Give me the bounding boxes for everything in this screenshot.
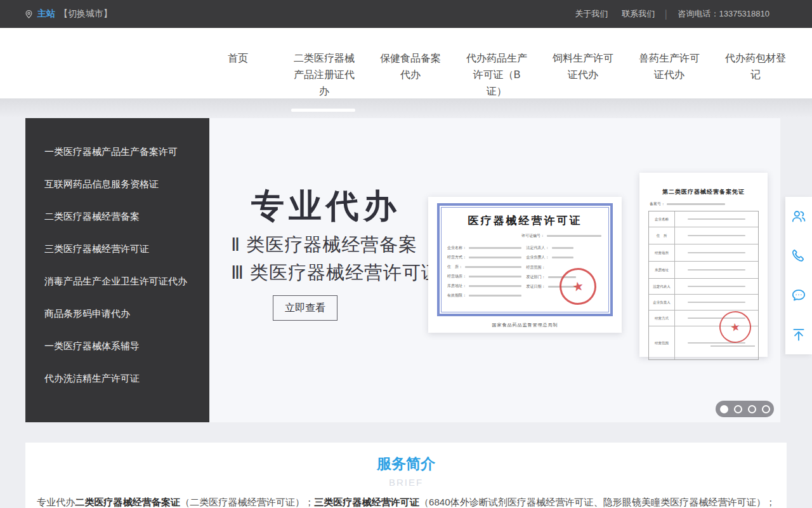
main-nav: 首页 二类医疗器械产品注册证代办 保健食品备案代办 代办药品生产许可证（B证） … bbox=[195, 50, 799, 100]
record-number-label: 备案号： bbox=[650, 201, 665, 207]
top-bar-left: 主站 【切换城市】 bbox=[24, 8, 112, 20]
field-scope-label: 经营范围： bbox=[527, 265, 546, 271]
record-certificate-image: 第二类医疗器械经营备案凭证 备案号： 企业名称 住 所 经营场所 库房地址 法定… bbox=[639, 173, 768, 357]
brief-text: （二类医疗器械经营许可证）； bbox=[180, 497, 314, 507]
field-place-label: 经营场所： bbox=[447, 274, 466, 279]
about-us-link[interactable]: 关于我们 bbox=[575, 8, 608, 20]
top-bar: 主站 【切换城市】 关于我们 联系我们 │ 咨询电话：13375318810 bbox=[0, 0, 812, 28]
nav-item-home[interactable]: 首页 bbox=[205, 50, 271, 100]
certificate-footer: 国家食品药品监督管理总局制 bbox=[428, 322, 622, 328]
banner-headline: 专业代办 bbox=[251, 184, 401, 229]
brief-subtitle: BRIEF bbox=[25, 477, 787, 488]
phone-button[interactable] bbox=[785, 236, 812, 276]
chat-button[interactable] bbox=[785, 276, 812, 315]
header-shadow bbox=[0, 98, 812, 118]
field-validity-label: 有效期限： bbox=[447, 293, 466, 298]
field-manager-label: 企业负责人： bbox=[527, 255, 549, 260]
nav-item-feed-license[interactable]: 饲料生产许可证代办 bbox=[550, 50, 616, 100]
banner-line-class2: Ⅱ 类医疗器械经营备案 bbox=[231, 232, 417, 258]
field-issue-date-label: 发证日期： bbox=[527, 284, 546, 290]
carousel-pagination bbox=[716, 401, 774, 417]
license-number-value bbox=[547, 235, 601, 237]
record-row-label: 企业名称 bbox=[649, 211, 675, 227]
switch-city-link[interactable]: 【切换城市】 bbox=[59, 8, 112, 20]
field-value-bar bbox=[552, 247, 573, 249]
field-value-bar bbox=[552, 257, 573, 258]
field-issuer-label: 发证部门： bbox=[527, 274, 546, 280]
carousel-dot-1[interactable] bbox=[720, 405, 728, 413]
sidebar-item-class1-system[interactable]: 一类医疗器械体系辅导 bbox=[25, 330, 209, 363]
field-value-bar bbox=[469, 295, 521, 297]
record-row-label: 经营范围 bbox=[649, 326, 675, 359]
sidebar-item-internet-drug-info[interactable]: 互联网药品信息服务资格证 bbox=[25, 168, 209, 201]
field-address-label: 住 所： bbox=[447, 264, 462, 270]
nav-item-health-food[interactable]: 保健食品备案代办 bbox=[377, 50, 443, 100]
record-date-bar bbox=[710, 345, 755, 347]
page: 主站 【切换城市】 关于我们 联系我们 │ 咨询电话：13375318810 无 bbox=[0, 0, 812, 508]
brief-text-bold: 三类医疗器械经营许可证 bbox=[314, 497, 419, 507]
sidebar-item-class3-license[interactable]: 三类医疗器械经营许可证 bbox=[25, 233, 209, 265]
sidebar-item-disinfection-license[interactable]: 消毒产品生产企业卫生许可证代办 bbox=[25, 265, 209, 298]
floating-toolbar bbox=[785, 197, 812, 354]
record-row-label: 经营场所 bbox=[649, 244, 675, 261]
field-value-bar bbox=[469, 257, 521, 258]
field-value-bar bbox=[469, 285, 521, 287]
users-icon bbox=[790, 208, 807, 225]
carousel-dot-3[interactable] bbox=[748, 405, 756, 413]
record-row-label: 库房地址 bbox=[649, 262, 675, 278]
service-sidebar: 一类医疗器械产品生产备案许可 互联网药品信息服务资格证 二类医疗器械经营备案 三… bbox=[25, 118, 209, 422]
field-storage-label: 库房地址： bbox=[447, 283, 466, 289]
carousel-dot-2[interactable] bbox=[734, 405, 742, 413]
field-value-bar bbox=[469, 247, 521, 249]
nav-active-indicator bbox=[291, 109, 355, 112]
sidebar-item-class1-production[interactable]: 一类医疗器械产品生产备案许可 bbox=[25, 136, 209, 168]
view-now-button[interactable]: 立即查看 bbox=[273, 295, 337, 321]
sidebar-item-detergent-license[interactable]: 代办洗洁精生产许可证 bbox=[25, 363, 209, 395]
chat-icon bbox=[790, 287, 807, 304]
sidebar-item-barcode[interactable]: 商品条形码申请代办 bbox=[25, 298, 209, 330]
location-pin-icon bbox=[24, 10, 34, 19]
nav-item-class2-registration[interactable]: 二类医疗器械产品注册证代办 bbox=[291, 50, 357, 100]
license-certificate-image: 医疗器械经营许可证 许可证编号： 企业名称： 经营方式： 住 所： 经营场所： … bbox=[428, 197, 622, 333]
phone-icon bbox=[790, 248, 807, 264]
record-row-label: 法定代表人 bbox=[649, 279, 675, 294]
brief-paragraph: 专业代办二类医疗器械经营备案证（二类医疗器械经营许可证）；三类医疗器械经营许可证… bbox=[37, 496, 775, 508]
record-number-value bbox=[667, 203, 725, 205]
license-number-label: 许可证编号： bbox=[521, 233, 544, 239]
record-certificate-title: 第二类医疗器械经营备案凭证 bbox=[639, 188, 768, 196]
nav-item-drug-license-b[interactable]: 代办药品生产许可证（B证） bbox=[464, 50, 530, 100]
record-row-label: 住 所 bbox=[649, 227, 675, 244]
brief-text-bold: 二类医疗器械经营备案证 bbox=[75, 497, 180, 507]
nav-item-vet-drug-license[interactable]: 兽药生产许可证代办 bbox=[636, 50, 702, 100]
certificate-title: 医疗器械经营许可证 bbox=[440, 213, 610, 228]
certificate-frame: 医疗器械经营许可证 许可证编号： 企业名称： 经营方式： 住 所： 经营场所： … bbox=[437, 203, 613, 316]
consult-phone: 咨询电话：13375318810 bbox=[678, 8, 769, 20]
service-brief-section: 服务简介 BRIEF 专业代办二类医疗器械经营备案证（二类医疗器械经营许可证）；… bbox=[25, 443, 787, 508]
field-legal-label: 法定代表人： bbox=[527, 245, 549, 251]
carousel-dot-4[interactable] bbox=[762, 405, 770, 413]
field-value-bar bbox=[469, 276, 521, 277]
back-to-top-icon bbox=[790, 326, 807, 343]
field-mode-label: 经营方式： bbox=[447, 255, 466, 260]
customer-service-button[interactable] bbox=[785, 197, 812, 236]
hero-banner: 专业代办 Ⅱ 类医疗器械经营备案 Ⅲ 类医疗器械经营许可证 立即查看 医疗器械经… bbox=[209, 118, 780, 422]
brief-title: 服务简介 bbox=[25, 454, 787, 474]
topbar-divider: │ bbox=[664, 10, 669, 19]
banner-line-class3: Ⅲ 类医疗器械经营许可证 bbox=[231, 260, 440, 286]
top-bar-right: 关于我们 联系我们 │ 咨询电话：13375318810 bbox=[575, 8, 769, 20]
sidebar-item-class2-record[interactable]: 二类医疗器械经营备案 bbox=[25, 201, 209, 233]
nav-item-drug-packaging[interactable]: 代办药包材登记 bbox=[723, 50, 789, 100]
field-company-label: 企业名称： bbox=[447, 245, 466, 251]
record-row-label: 企业负责人 bbox=[649, 295, 675, 310]
brief-text: 专业代办 bbox=[37, 497, 75, 507]
back-to-top-button[interactable] bbox=[785, 315, 812, 354]
field-value-bar bbox=[465, 266, 521, 268]
main-site-link[interactable]: 主站 bbox=[37, 8, 55, 20]
record-row-label: 经营方式 bbox=[649, 311, 675, 326]
contact-us-link[interactable]: 联系我们 bbox=[622, 8, 655, 20]
